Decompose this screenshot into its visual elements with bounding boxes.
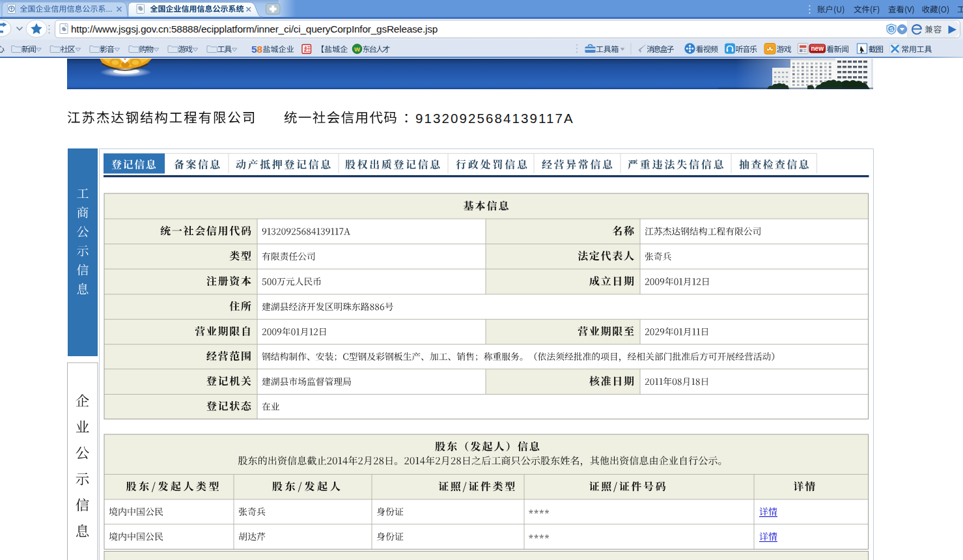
svg-text:http://www.jsgsj.gov.cn:58888/: http://www.jsgsj.gov.cn:58888/ecipplatfo… <box>71 23 438 35</box>
svg-text:W: W <box>354 46 360 53</box>
svg-text:S: S <box>889 25 893 33</box>
svg-text:91320925684139117A: 91320925684139117A <box>415 111 574 126</box>
svg-text:new: new <box>811 45 824 52</box>
svg-text:8: 8 <box>257 44 263 55</box>
